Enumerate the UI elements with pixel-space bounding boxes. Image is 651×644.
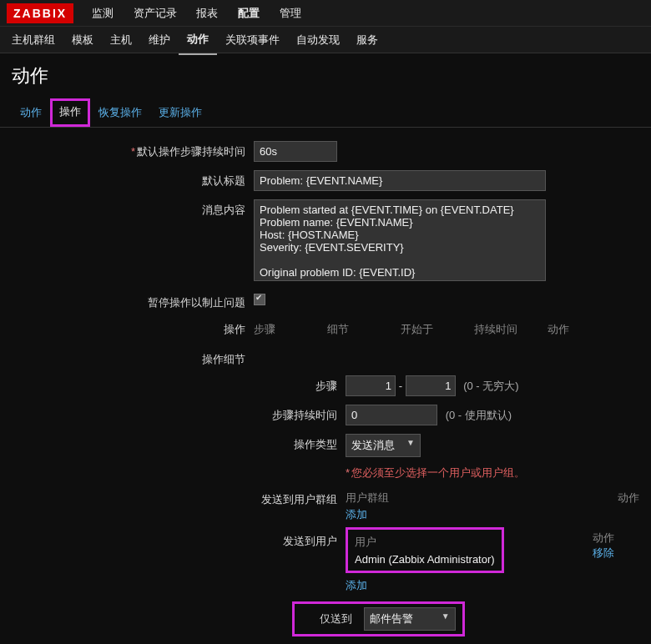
label-op-detail: 操作细节: [12, 349, 254, 367]
operation-form: *默认操作步骤持续时间 默认标题 消息内容 Problem started at…: [0, 128, 651, 644]
chevron-down-icon: ▼: [442, 611, 450, 621]
chevron-down-icon: ▼: [406, 438, 415, 447]
ops-col-steps: 步骤: [254, 322, 327, 337]
input-step-from[interactable]: [346, 375, 396, 396]
top-header: ZABBIX 监测 资产记录 报表 配置 管理: [0, 0, 651, 27]
subnav-hostgroups[interactable]: 主机群组: [3, 26, 63, 54]
checkbox-pause[interactable]: [254, 294, 265, 305]
select-only-send[interactable]: 邮件告警 ▼: [364, 607, 456, 631]
brand-logo: ZABBIX: [7, 3, 73, 23]
tab-update[interactable]: 更新操作: [150, 98, 210, 127]
topnav-config[interactable]: 配置: [230, 0, 268, 26]
col-action-user: 动作: [504, 531, 614, 546]
subnav-maintenance[interactable]: 维护: [140, 26, 179, 54]
col-usergroup: 用户群组: [346, 491, 529, 506]
top-nav: 监测 资产记录 报表 配置 管理: [83, 6, 310, 21]
subnav-discovery[interactable]: 自动发现: [288, 26, 348, 54]
highlight-tab-operation: 操作: [50, 98, 90, 127]
tab-action[interactable]: 动作: [12, 98, 50, 127]
ops-col-action: 动作: [548, 322, 621, 337]
link-add-group[interactable]: 添加: [346, 508, 367, 521]
topnav-reports[interactable]: 报表: [188, 0, 226, 26]
label-steps: 步骤: [12, 375, 346, 394]
page-title: 动作: [0, 53, 651, 98]
input-default-title[interactable]: [254, 170, 546, 191]
ops-col-duration: 持续时间: [474, 322, 548, 337]
input-step-duration[interactable]: [346, 405, 437, 425]
link-remove-user[interactable]: 移除: [593, 546, 614, 559]
ops-col-detail: 细节: [327, 322, 401, 337]
input-default-step-duration[interactable]: [254, 141, 337, 162]
label-message-content: 消息内容: [12, 199, 254, 218]
topnav-inventory[interactable]: 资产记录: [125, 0, 185, 26]
label-step-duration: 步骤持续时间: [12, 405, 346, 423]
warn-select-user: 您必须至少选择一个用户或用户组。: [351, 466, 525, 479]
link-add-user[interactable]: 添加: [346, 579, 367, 591]
label-op-type: 操作类型: [12, 434, 346, 452]
topnav-monitor[interactable]: 监测: [83, 0, 122, 26]
col-user: 用户: [355, 535, 495, 550]
subnav-templates[interactable]: 模板: [63, 26, 102, 54]
operations-table: 步骤 细节 开始于 持续时间 动作: [254, 319, 621, 340]
subnav-actions[interactable]: 动作: [179, 25, 217, 55]
hint-step-range: (0 - 无穷大): [463, 380, 518, 392]
subnav-services[interactable]: 服务: [348, 26, 386, 54]
select-op-type[interactable]: 发送消息 ▼: [346, 434, 421, 457]
sub-nav: 主机群组 模板 主机 维护 动作 关联项事件 自动发现 服务: [0, 27, 651, 53]
label-send-user: 发送到用户: [12, 531, 346, 549]
subnav-hosts[interactable]: 主机: [102, 26, 140, 54]
tab-operation[interactable]: 操作: [53, 101, 88, 122]
ops-col-start: 开始于: [401, 322, 474, 337]
subnav-correlation[interactable]: 关联项事件: [217, 26, 288, 54]
label-pause: 暂停操作以制止问题: [12, 292, 254, 310]
form-tabs: 动作 操作 恢复操作 更新操作: [0, 98, 651, 128]
topnav-admin[interactable]: 管理: [271, 0, 310, 26]
label-default-title: 默认标题: [12, 170, 254, 189]
selected-user: Admin (Zabbix Administrator): [355, 553, 495, 566]
label-default-step-duration: *默认操作步骤持续时间: [12, 141, 254, 159]
col-action: 动作: [529, 491, 639, 506]
hint-step-duration: (0 - 使用默认): [446, 409, 512, 421]
input-step-to[interactable]: [406, 375, 456, 396]
highlight-user-box: 用户 Admin (Zabbix Administrator): [346, 527, 504, 573]
label-operations: 操作: [12, 319, 254, 337]
label-only-send: 仅送到: [320, 612, 352, 625]
textarea-message-content[interactable]: Problem started at {EVENT.TIME} on {EVEN…: [254, 199, 546, 281]
tab-recovery[interactable]: 恢复操作: [90, 98, 150, 127]
highlight-only-send: 仅送到 邮件告警 ▼: [292, 601, 465, 636]
label-send-group: 发送到用户群组: [12, 489, 346, 507]
